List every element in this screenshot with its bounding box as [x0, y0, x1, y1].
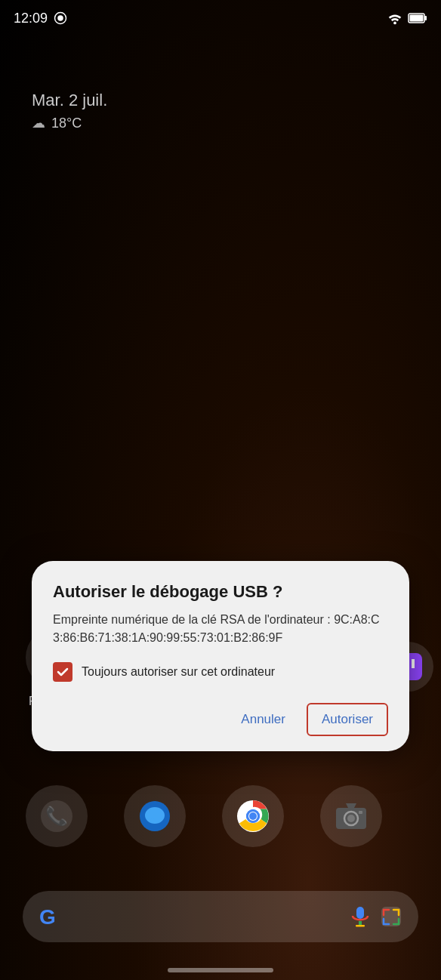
- status-time: 12:09: [14, 11, 67, 26]
- date-display: Mar. 2 juil.: [32, 91, 107, 110]
- cloud-icon: ☁: [32, 115, 45, 131]
- cancel-button[interactable]: Annuler: [229, 704, 298, 735]
- clock: 12:09: [14, 11, 48, 26]
- battery-icon: [408, 12, 427, 24]
- authorize-button[interactable]: Autoriser: [307, 703, 388, 736]
- dialog-buttons: Annuler Autoriser: [53, 703, 388, 736]
- svg-point-1: [57, 15, 63, 21]
- svg-rect-4: [424, 16, 427, 20]
- status-bar: 12:09: [0, 0, 441, 36]
- date-weather: Mar. 2 juil. ☁ 18°C: [32, 91, 107, 131]
- svg-point-2: [393, 22, 396, 25]
- checkmark-icon: [57, 666, 69, 678]
- weather-row: ☁ 18°C: [32, 115, 107, 131]
- status-icons: [387, 11, 427, 25]
- wifi-icon: [387, 11, 403, 25]
- dialog-title: Autoriser le débogage USB ?: [53, 582, 388, 602]
- dialog-checkbox-row[interactable]: Toujours autoriser sur cet ordinateur: [53, 662, 388, 682]
- dialog-body: Empreinte numérique de la clé RSA de l'o…: [53, 611, 388, 647]
- always-allow-checkbox[interactable]: [53, 662, 72, 682]
- weather-temp: 18°C: [51, 116, 82, 131]
- checkbox-label: Toujours autoriser sur cet ordinateur: [82, 665, 275, 679]
- dialog-overlay: Autoriser le débogage USB ? Empreinte nu…: [0, 332, 441, 980]
- svg-rect-5: [410, 15, 424, 22]
- usb-debug-dialog: Autoriser le débogage USB ? Empreinte nu…: [32, 561, 409, 751]
- screen-recorder-icon: [54, 11, 67, 25]
